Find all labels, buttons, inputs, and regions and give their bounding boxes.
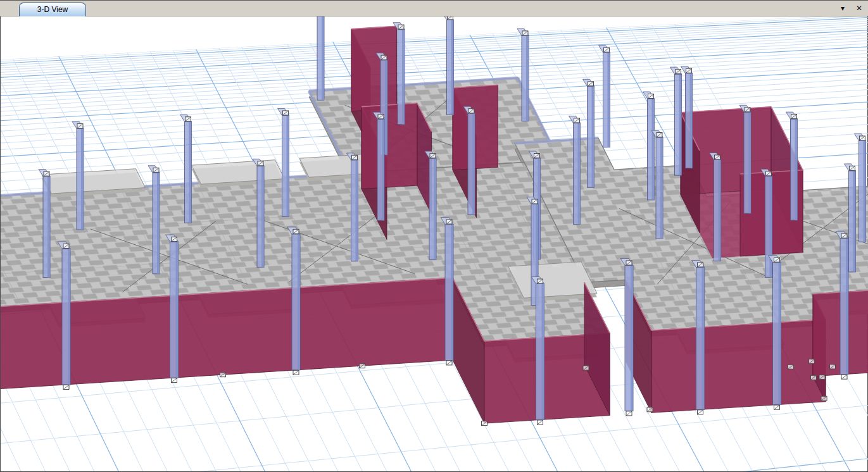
support-glyph xyxy=(398,25,404,29)
support-glyph xyxy=(378,115,384,119)
support-glyph xyxy=(482,421,487,426)
window-controls: ▾ ✕ xyxy=(838,1,864,16)
support-glyph xyxy=(44,171,49,176)
support-glyph xyxy=(522,31,528,35)
support-glyph xyxy=(220,373,226,377)
support-glyph xyxy=(293,370,299,375)
wall-panel[interactable] xyxy=(351,26,397,111)
support-glyph xyxy=(648,94,654,99)
support-glyph xyxy=(532,199,538,204)
support-glyph xyxy=(686,68,692,73)
wall-panel[interactable] xyxy=(453,85,498,170)
support-glyph xyxy=(676,70,681,74)
support-glyph xyxy=(293,229,299,233)
column[interactable] xyxy=(313,16,324,100)
support-glyph xyxy=(538,420,543,425)
3d-view-window: 3-D View ▾ ✕ xyxy=(0,0,868,472)
support-glyph xyxy=(791,115,797,119)
tab-3d-view[interactable]: 3-D View xyxy=(19,3,86,17)
support-glyph xyxy=(745,108,750,112)
column[interactable] xyxy=(599,46,610,147)
wall-panel[interactable] xyxy=(362,103,417,189)
support-glyph xyxy=(172,378,177,383)
support-glyph xyxy=(819,375,825,380)
support-glyph xyxy=(850,166,855,170)
support-glyph xyxy=(788,364,794,369)
support-glyph xyxy=(860,136,865,140)
support-glyph xyxy=(774,258,780,262)
support-glyph xyxy=(77,124,83,128)
support-glyph xyxy=(448,16,453,20)
support-glyph xyxy=(830,364,836,369)
support-glyph xyxy=(841,375,847,379)
support-glyph xyxy=(469,109,474,113)
support-glyph xyxy=(186,117,191,121)
support-glyph xyxy=(534,154,540,158)
wall-panel[interactable] xyxy=(651,320,826,413)
support-glyph xyxy=(352,155,358,159)
support-glyph xyxy=(698,263,703,267)
support-glyph xyxy=(538,279,543,283)
support-glyph xyxy=(360,364,365,368)
support-glyph xyxy=(604,47,610,52)
support-glyph xyxy=(766,171,772,176)
support-glyph xyxy=(626,411,632,416)
support-glyph xyxy=(172,237,177,242)
support-glyph xyxy=(841,233,847,238)
chevron-down-icon[interactable]: ▾ xyxy=(838,1,848,16)
support-glyph xyxy=(809,359,815,364)
3d-scene[interactable] xyxy=(1,16,868,471)
3d-model-viewport[interactable] xyxy=(0,16,868,472)
window-titlebar: 3-D View ▾ ✕ xyxy=(0,1,868,16)
support-glyph xyxy=(446,361,452,365)
support-glyph xyxy=(811,375,817,380)
support-glyph xyxy=(153,168,159,172)
support-glyph xyxy=(63,385,69,389)
support-glyph xyxy=(626,261,632,265)
support-glyph xyxy=(821,396,827,401)
ledge-slab[interactable] xyxy=(299,154,372,181)
ledge-slab[interactable] xyxy=(508,262,598,302)
support-glyph xyxy=(774,405,780,409)
support-glyph xyxy=(588,82,594,86)
support-glyph xyxy=(715,155,720,159)
support-glyph xyxy=(446,220,452,224)
close-icon[interactable]: ✕ xyxy=(854,1,864,16)
support-glyph xyxy=(258,161,263,166)
support-glyph xyxy=(381,55,387,59)
support-glyph xyxy=(283,111,289,115)
support-glyph xyxy=(698,410,703,414)
support-glyph xyxy=(430,154,436,158)
support-glyph xyxy=(657,133,662,137)
support-glyph xyxy=(574,118,580,123)
support-glyph xyxy=(647,407,653,412)
support-glyph xyxy=(63,244,69,248)
support-glyph xyxy=(583,366,589,370)
